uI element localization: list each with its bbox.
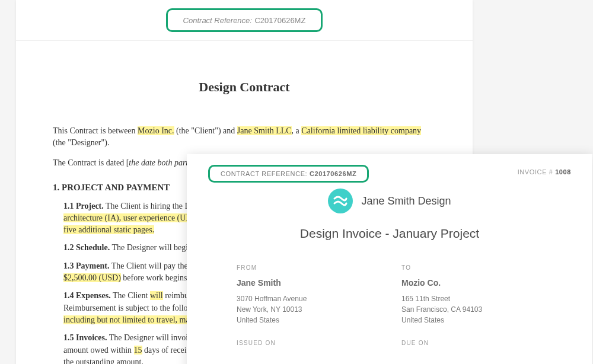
- company-name: Jane Smith Design: [361, 195, 451, 207]
- to-address-line2: San Francisco, CA 94103: [401, 304, 543, 315]
- to-address-line3: United States: [401, 315, 543, 325]
- from-name: Jane Smith: [237, 278, 378, 288]
- invoice-parties: FROM Jane Smith 3070 Hoffman Avenue New …: [187, 264, 592, 325]
- invoice-title: Design Invoice - January Project: [208, 226, 571, 241]
- designer-name: Jane Smith LLC: [237, 126, 292, 135]
- to-label: TO: [401, 264, 543, 271]
- entity-type: California limited liability company: [301, 126, 421, 135]
- invoice-logo-row: Jane Smith Design: [208, 189, 571, 213]
- to-address-line1: 165 11th Street: [401, 293, 543, 304]
- due-on-label: DUE ON: [401, 340, 543, 346]
- invoice-reference-highlight: CONTRACT REFERENCE: C20170626MZ: [208, 165, 369, 183]
- from-label: FROM: [237, 264, 378, 271]
- payment-amount: $2,500.00 (USD): [63, 273, 121, 282]
- from-column: FROM Jane Smith 3070 Hoffman Avenue New …: [237, 264, 378, 325]
- from-address-line1: 3070 Hoffman Avenue: [237, 293, 378, 304]
- client-name: Mozio Inc.: [138, 126, 174, 135]
- invoice-document: CONTRACT REFERENCE: C20170626MZ INVOICE …: [187, 154, 592, 364]
- invoice-reference-label: CONTRACT REFERENCE:: [221, 170, 310, 177]
- from-address-line2: New York, NY 10013: [237, 304, 378, 315]
- to-column: TO Mozio Co. 165 11th Street San Francis…: [401, 264, 543, 325]
- issued-on-label: ISSUED ON: [237, 340, 378, 346]
- contract-intro: This Contract is between Mozio Inc. (the…: [53, 125, 436, 149]
- from-address-line3: United States: [237, 315, 378, 325]
- invoice-dates-row: ISSUED ON DUE ON: [187, 325, 592, 346]
- contract-header: Contract Reference: C20170626MZ: [16, 0, 473, 41]
- contract-reference-highlight: Contract Reference: C20170626MZ: [166, 8, 323, 32]
- contract-reference-value: C20170626MZ: [254, 16, 305, 25]
- company-logo-icon: [328, 189, 353, 213]
- issued-on-column: ISSUED ON: [237, 340, 378, 346]
- due-on-column: DUE ON: [401, 340, 543, 346]
- contract-title: Design Contract: [53, 78, 436, 97]
- contract-reference-label: Contract Reference:: [183, 16, 252, 25]
- invoice-reference-value: C20170626MZ: [310, 170, 356, 177]
- invoice-number: INVOICE # 1008: [518, 168, 571, 175]
- invoice-header: CONTRACT REFERENCE: C20170626MZ INVOICE …: [187, 154, 592, 264]
- to-name: Mozio Co.: [401, 278, 543, 288]
